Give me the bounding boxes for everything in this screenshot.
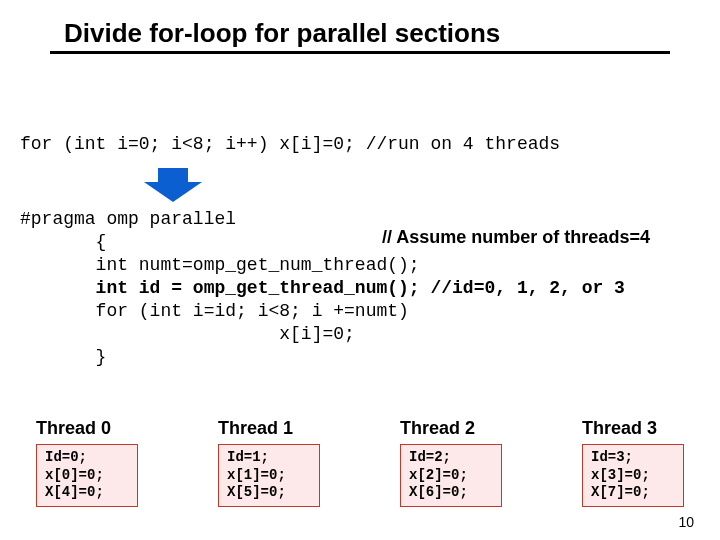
thread-code: x[1]=0; (227, 467, 286, 483)
thread-label: Thread 2 (400, 418, 502, 439)
thread-code: x[0]=0; (45, 467, 104, 483)
code-line: } (20, 346, 710, 369)
code-line: x[i]=0; (20, 323, 710, 346)
slide-title: Divide for-loop for parallel sections (50, 18, 500, 49)
title-underline: Divide for-loop for parallel sections (50, 18, 670, 54)
code-line: for (int i=id; i<8; i +=numt) (20, 300, 710, 323)
threads-row: Thread 0 Id=0; x[0]=0; X[4]=0; Thread 1 … (36, 418, 700, 507)
thread-code: X[5]=0; (227, 484, 286, 500)
thread-col: Thread 2 Id=2; x[2]=0; X[6]=0; (400, 418, 502, 507)
thread-col: Thread 1 Id=1; x[1]=0; X[5]=0; (218, 418, 320, 507)
thread-col: Thread 3 Id=3; x[3]=0; X[7]=0; (582, 418, 684, 507)
thread-code: X[6]=0; (409, 484, 468, 500)
code-original-loop: for (int i=0; i<8; i++) x[i]=0; //run on… (20, 134, 560, 154)
thread-code: Id=3; (591, 449, 633, 465)
down-arrow-icon (138, 168, 208, 206)
thread-label: Thread 0 (36, 418, 138, 439)
thread-code: x[2]=0; (409, 467, 468, 483)
thread-code: Id=0; (45, 449, 87, 465)
thread-code: x[3]=0; (591, 467, 650, 483)
code-line: int numt=omp_get_num_thread(); (20, 254, 710, 277)
svg-marker-1 (144, 182, 202, 202)
assume-comment: // Assume number of threads=4 (382, 227, 650, 248)
thread-code: X[4]=0; (45, 484, 104, 500)
thread-label: Thread 3 (582, 418, 684, 439)
thread-code: Id=2; (409, 449, 451, 465)
thread-label: Thread 1 (218, 418, 320, 439)
thread-box: Id=2; x[2]=0; X[6]=0; (400, 444, 502, 507)
svg-rect-0 (158, 168, 188, 182)
thread-box: Id=3; x[3]=0; X[7]=0; (582, 444, 684, 507)
code-line: int id = omp_get_thread_num(); //id=0, 1… (20, 277, 710, 300)
page-number: 10 (678, 514, 694, 530)
thread-box: Id=0; x[0]=0; X[4]=0; (36, 444, 138, 507)
thread-col: Thread 0 Id=0; x[0]=0; X[4]=0; (36, 418, 138, 507)
thread-box: Id=1; x[1]=0; X[5]=0; (218, 444, 320, 507)
thread-code: X[7]=0; (591, 484, 650, 500)
thread-code: Id=1; (227, 449, 269, 465)
